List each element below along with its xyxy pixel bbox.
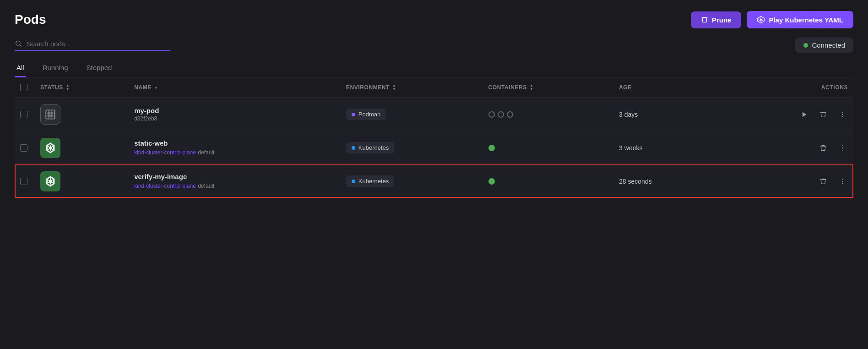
- delete-button[interactable]: [818, 142, 829, 153]
- container-running-dot: [488, 178, 495, 185]
- svg-marker-15: [803, 112, 806, 117]
- svg-point-40: [842, 179, 843, 180]
- row-containers-cell: [483, 164, 614, 198]
- container-circle-3: [507, 111, 513, 118]
- delete-button[interactable]: [818, 176, 829, 187]
- table-header-row: STATUS ▲▼ NAME ▲ ENVIRONMENT ▲▼: [15, 77, 853, 98]
- svg-rect-14: [51, 115, 53, 117]
- row-checkbox-cell: [15, 131, 35, 164]
- pod-cluster: kind-cluster-control-plane: [134, 149, 196, 156]
- svg-point-41: [842, 181, 843, 182]
- pod-status-icon: [40, 104, 60, 125]
- trash-icon: [819, 178, 827, 185]
- col-header-name[interactable]: NAME ▲: [129, 77, 341, 98]
- trash-icon: [701, 16, 708, 23]
- col-header-actions: ACTIONS: [715, 77, 853, 98]
- col-header-containers[interactable]: CONTAINERS ▲▼: [483, 77, 614, 98]
- svg-rect-11: [48, 112, 50, 114]
- row-actions: [721, 109, 848, 120]
- col-header-status[interactable]: STATUS ▲▼: [35, 77, 129, 98]
- play-kubernetes-yaml-button[interactable]: Play Kubernetes YAML: [747, 11, 853, 28]
- select-all-checkbox[interactable]: [20, 84, 27, 91]
- containers-indicator: [488, 145, 608, 151]
- row-environment-cell: Kubernetes: [341, 131, 483, 164]
- pods-table: STATUS ▲▼ NAME ▲ ENVIRONMENT ▲▼: [15, 77, 853, 198]
- tab-all[interactable]: All: [15, 60, 26, 77]
- svg-line-4: [759, 18, 760, 19]
- svg-rect-10: [46, 110, 55, 119]
- row-containers-cell: [483, 131, 614, 164]
- svg-line-7: [759, 20, 760, 21]
- pod-namespace: default: [198, 183, 214, 189]
- page-title: Pods: [15, 12, 46, 27]
- connected-status-dot: [803, 43, 808, 48]
- env-label: Podman: [358, 111, 380, 118]
- row-age-cell: 3 weeks: [613, 131, 715, 164]
- env-dot: [352, 146, 355, 150]
- env-sort-icon: ▲▼: [392, 84, 396, 91]
- svg-rect-13: [48, 115, 50, 117]
- pod-cluster: kind-cluster-control-plane: [134, 183, 196, 189]
- kubernetes-pod-icon: [44, 175, 57, 188]
- prune-button[interactable]: Prune: [691, 11, 742, 28]
- pod-name: verify-my-image: [134, 173, 335, 180]
- row-environment-cell: Kubernetes: [341, 164, 483, 198]
- row-age-cell: 3 days: [613, 98, 715, 131]
- row-actions-cell: [715, 98, 853, 131]
- containers-sort-icon: ▲▼: [530, 84, 534, 91]
- row-containers-cell: [483, 98, 614, 131]
- containers-indicator: [488, 178, 608, 185]
- ellipsis-icon: [839, 178, 846, 185]
- search-icon: [15, 40, 22, 47]
- trash-icon: [819, 144, 827, 152]
- search-input[interactable]: [27, 40, 170, 48]
- table-row: static-web kind-cluster-control-plane de…: [15, 131, 853, 164]
- pods-table-wrapper: STATUS ▲▼ NAME ▲ ENVIRONMENT ▲▼: [15, 77, 853, 198]
- svg-point-28: [842, 145, 843, 146]
- pod-cluster-line: kind-cluster-control-plane default: [134, 148, 335, 156]
- env-dot: [352, 113, 355, 116]
- connected-label: Connected: [812, 41, 845, 49]
- more-button[interactable]: [837, 176, 848, 187]
- svg-rect-12: [51, 112, 53, 114]
- row-checkbox[interactable]: [20, 144, 27, 152]
- pod-namespace: default: [198, 149, 214, 156]
- table-row: my-pod d32f2eb8 Podman: [15, 98, 853, 131]
- env-badge: Podman: [346, 109, 386, 120]
- pod-id: d32f2eb8: [134, 115, 335, 122]
- containers-indicator: [488, 111, 608, 118]
- pod-name: my-pod: [134, 107, 335, 115]
- container-circle-2: [498, 111, 504, 118]
- ellipsis-icon: [839, 111, 846, 118]
- ellipsis-icon: [839, 144, 846, 152]
- pod-status-icon: [40, 171, 60, 191]
- pod-status-icon: [40, 138, 60, 158]
- row-actions: [721, 176, 848, 187]
- env-badge: Kubernetes: [346, 142, 395, 153]
- play-button[interactable]: [799, 109, 809, 120]
- delete-button[interactable]: [818, 109, 829, 120]
- kubernetes-icon: [757, 16, 765, 24]
- row-checkbox[interactable]: [20, 178, 27, 185]
- row-checkbox-cell: [15, 98, 35, 131]
- more-button[interactable]: [837, 142, 848, 153]
- svg-line-9: [20, 45, 22, 47]
- trash-icon: [819, 111, 827, 118]
- row-name-cell: verify-my-image kind-cluster-control-pla…: [129, 164, 341, 198]
- row-status-cell: [35, 164, 129, 198]
- tab-stopped[interactable]: Stopped: [85, 60, 114, 77]
- pod-cube-icon: [44, 109, 56, 120]
- more-button[interactable]: [837, 109, 848, 120]
- table-row: verify-my-image kind-cluster-control-pla…: [15, 164, 853, 198]
- tab-running[interactable]: Running: [41, 60, 70, 77]
- search-box: [15, 40, 170, 51]
- svg-point-29: [842, 147, 843, 148]
- container-circle-1: [488, 111, 495, 118]
- svg-line-6: [762, 18, 764, 19]
- env-badge: Kubernetes: [346, 175, 395, 187]
- row-actions: [721, 142, 848, 153]
- row-checkbox[interactable]: [20, 111, 27, 118]
- env-label: Kubernetes: [358, 144, 389, 151]
- col-header-environment[interactable]: ENVIRONMENT ▲▼: [341, 77, 483, 98]
- svg-point-1: [760, 19, 762, 21]
